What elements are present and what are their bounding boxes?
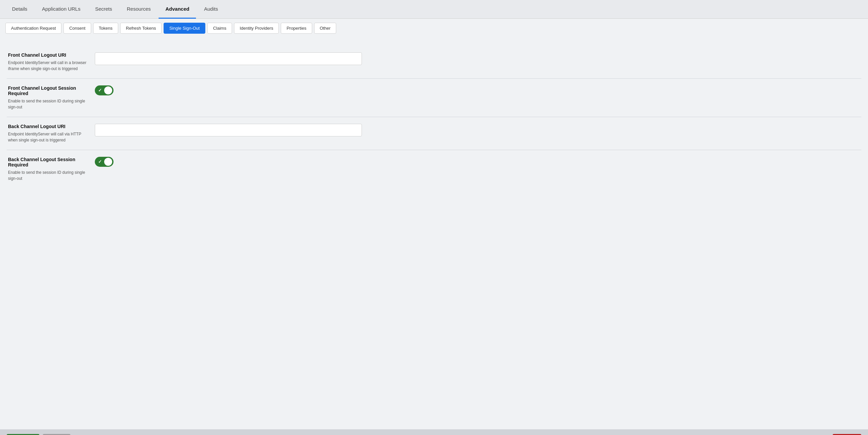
back-channel-session-toggle[interactable]: ✓ bbox=[95, 157, 114, 167]
back-channel-logout-session-desc: Enable to send the session ID during sin… bbox=[8, 169, 88, 181]
front-channel-logout-session-section: Front Channel Logout Session Required En… bbox=[7, 79, 861, 117]
subtab-single-sign-out[interactable]: Single Sign-Out bbox=[163, 23, 205, 34]
footer-bar: Save All Clone Delete bbox=[0, 429, 868, 435]
tab-application-urls[interactable]: Application URLs bbox=[35, 0, 87, 19]
subtab-other[interactable]: Other bbox=[314, 23, 337, 34]
subtab-authentication-request[interactable]: Authentication Request bbox=[5, 23, 61, 34]
back-channel-session-toggle-control[interactable]: ✓ bbox=[95, 157, 114, 167]
tab-resources[interactable]: Resources bbox=[120, 0, 158, 19]
top-navigation: Details Application URLs Secrets Resourc… bbox=[0, 0, 868, 19]
back-channel-logout-uri-section: Back Channel Logout URI Endpoint Identit… bbox=[7, 117, 861, 150]
subtab-identity-providers[interactable]: Identity Providers bbox=[234, 23, 279, 34]
back-channel-session-toggle-thumb bbox=[104, 158, 112, 166]
tab-audits[interactable]: Audits bbox=[197, 0, 225, 19]
back-channel-logout-uri-input[interactable] bbox=[95, 124, 362, 136]
tab-details[interactable]: Details bbox=[5, 0, 34, 19]
back-channel-logout-uri-label-group: Back Channel Logout URI Endpoint Identit… bbox=[8, 124, 88, 143]
front-channel-session-checkmark: ✓ bbox=[98, 88, 102, 93]
subtab-consent[interactable]: Consent bbox=[63, 23, 91, 34]
front-channel-session-toggle[interactable]: ✓ bbox=[95, 86, 114, 95]
back-channel-session-toggle-track: ✓ bbox=[95, 157, 114, 167]
subtab-refresh-tokens[interactable]: Refresh Tokens bbox=[120, 23, 162, 34]
front-channel-logout-uri-section: Front Channel Logout URI Endpoint Identi… bbox=[7, 46, 861, 79]
front-channel-logout-session-toggle-area: ✓ bbox=[95, 86, 860, 95]
back-channel-logout-session-toggle-area: ✓ bbox=[95, 157, 860, 167]
main-content: Front Channel Logout URI Endpoint Identi… bbox=[0, 38, 868, 429]
front-channel-session-toggle-track: ✓ bbox=[95, 86, 114, 95]
front-channel-session-toggle-thumb bbox=[104, 87, 112, 94]
front-channel-logout-uri-input[interactable] bbox=[95, 53, 362, 65]
front-channel-logout-uri-title: Front Channel Logout URI bbox=[8, 53, 88, 58]
back-channel-logout-session-title: Back Channel Logout Session Required bbox=[8, 157, 88, 167]
back-channel-logout-uri-input-area bbox=[95, 124, 860, 136]
front-channel-logout-session-desc: Enable to send the session ID during sin… bbox=[8, 98, 88, 110]
back-channel-logout-session-label-group: Back Channel Logout Session Required Ena… bbox=[8, 157, 88, 181]
front-channel-logout-uri-desc: Endpoint IdentityServer will call in a b… bbox=[8, 60, 88, 72]
front-channel-logout-uri-input-area bbox=[95, 53, 860, 65]
subtab-properties[interactable]: Properties bbox=[281, 23, 312, 34]
back-channel-logout-session-section: Back Channel Logout Session Required Ena… bbox=[7, 150, 861, 188]
front-channel-session-toggle-control[interactable]: ✓ bbox=[95, 86, 114, 95]
back-channel-session-checkmark: ✓ bbox=[98, 159, 102, 164]
front-channel-logout-uri-label-group: Front Channel Logout URI Endpoint Identi… bbox=[8, 53, 88, 72]
tab-secrets[interactable]: Secrets bbox=[89, 0, 119, 19]
subtab-claims[interactable]: Claims bbox=[207, 23, 232, 34]
sub-tab-bar: Authentication Request Consent Tokens Re… bbox=[0, 19, 868, 38]
subtab-tokens[interactable]: Tokens bbox=[93, 23, 118, 34]
back-channel-logout-uri-desc: Endpoint IdentityServer will call via HT… bbox=[8, 131, 88, 143]
back-channel-logout-uri-title: Back Channel Logout URI bbox=[8, 124, 88, 129]
front-channel-logout-session-label-group: Front Channel Logout Session Required En… bbox=[8, 86, 88, 110]
tab-advanced[interactable]: Advanced bbox=[159, 0, 196, 19]
front-channel-logout-session-title: Front Channel Logout Session Required bbox=[8, 86, 88, 96]
